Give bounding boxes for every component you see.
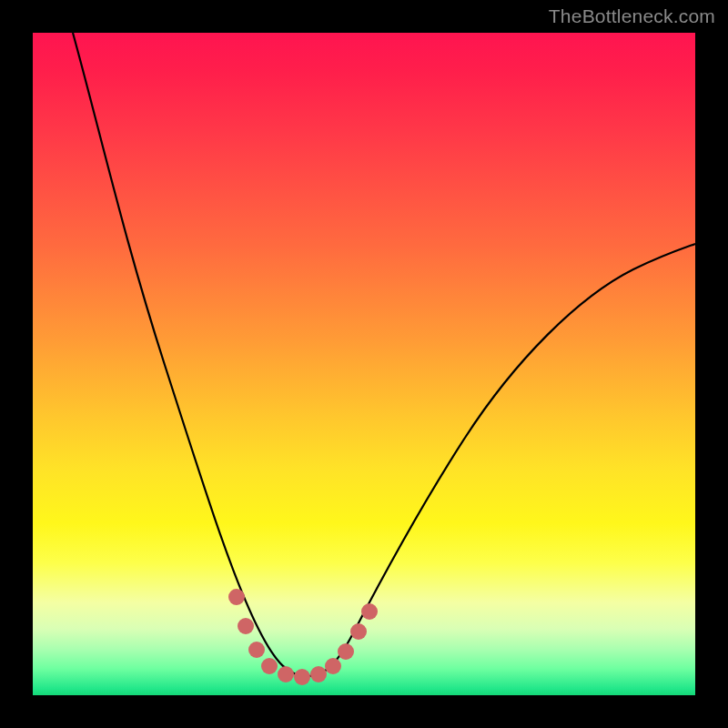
chart-svg [33,33,695,695]
bottleneck-curve [73,33,695,676]
svg-point-4 [278,666,294,682]
plot-area [33,33,695,695]
svg-point-7 [325,658,341,674]
svg-point-5 [294,669,310,685]
svg-point-6 [310,666,327,682]
highlight-dots [228,589,378,685]
svg-point-0 [228,589,245,605]
svg-point-1 [238,618,254,634]
svg-point-10 [361,603,378,620]
svg-point-9 [350,623,367,640]
watermark-text: TheBottleneck.com [549,5,715,27]
chart-frame: TheBottleneck.com [0,0,728,728]
svg-point-3 [261,658,278,674]
svg-point-8 [338,643,354,660]
svg-point-2 [248,642,265,658]
